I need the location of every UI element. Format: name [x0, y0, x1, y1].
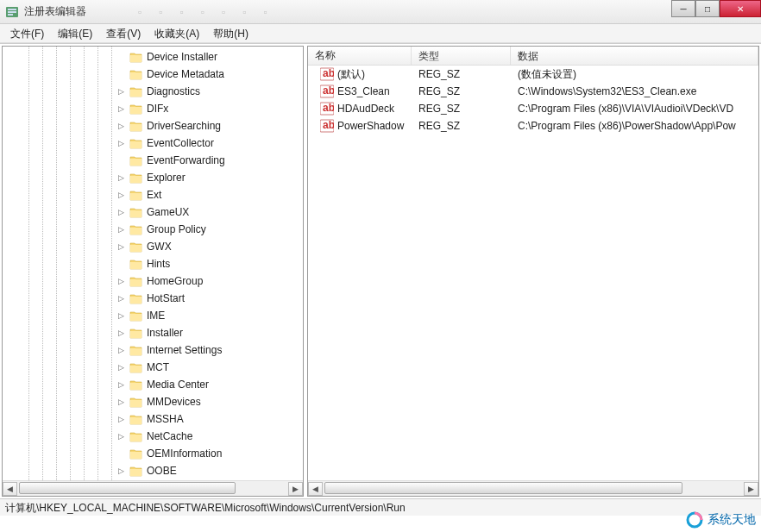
tree-item[interactable]: ▷MMDevices [3, 393, 303, 410]
expand-icon[interactable]: ▷ [116, 208, 126, 217]
folder-icon [129, 85, 143, 97]
values-list[interactable]: (默认)REG_SZ(数值未设置)ES3_CleanREG_SZC:\Windo… [308, 66, 758, 480]
values-scroll-thumb[interactable] [324, 482, 682, 494]
tree-item[interactable]: ▷Group Policy [3, 221, 303, 238]
expand-icon[interactable]: ▷ [116, 466, 126, 476]
registry-tree[interactable]: Device InstallerDevice Metadata▷Diagnost… [3, 47, 303, 480]
tree-item-label: Media Center [147, 379, 209, 391]
expand-icon[interactable]: ▷ [116, 122, 126, 131]
menu-favorites[interactable]: 收藏夹(A) [148, 24, 206, 42]
expand-icon[interactable]: ▷ [116, 294, 126, 304]
tree-branch-icon [116, 449, 126, 459]
scroll-left-icon[interactable]: ◀ [308, 482, 323, 496]
expand-icon[interactable]: ▷ [116, 311, 126, 321]
expand-icon[interactable]: ▷ [116, 346, 126, 355]
minimize-button[interactable]: ─ [671, 0, 695, 17]
values-hscroll[interactable]: ◀ ▶ [308, 480, 758, 496]
tree-item[interactable]: ▷DriverSearching [3, 117, 303, 135]
folder-icon [129, 292, 143, 304]
column-type[interactable]: 类型 [412, 47, 511, 65]
tree-scroll-thumb[interactable] [19, 482, 236, 494]
expand-icon[interactable]: ▷ [116, 415, 126, 424]
scroll-left-icon[interactable]: ◀ [3, 482, 17, 496]
tree-item[interactable]: ▷Installer [3, 324, 303, 341]
value-name: PowerShadow [337, 120, 404, 132]
tree-scroll-track[interactable] [17, 482, 288, 496]
tree-item[interactable]: Device Metadata [3, 66, 303, 83]
reg-sz-icon [320, 119, 334, 133]
tree-item[interactable]: ▷MCT [3, 359, 303, 376]
tree-item[interactable]: ▷IME [3, 307, 303, 324]
tree-item[interactable]: Hints [3, 255, 303, 272]
menu-view[interactable]: 查看(V) [99, 24, 148, 42]
tree-item[interactable]: ▷OOBE [3, 462, 303, 479]
tree-item-label: DriverSearching [147, 120, 221, 132]
close-button[interactable]: ✕ [720, 0, 761, 17]
expand-icon[interactable]: ▷ [116, 139, 126, 148]
tree-item-label: NetCache [147, 430, 192, 442]
value-row[interactable]: PowerShadowREG_SZC:\Program Files (x86)\… [308, 117, 758, 135]
expand-icon[interactable]: ▷ [116, 104, 126, 114]
scroll-right-icon[interactable]: ▶ [744, 482, 758, 496]
expand-icon[interactable]: ▷ [116, 380, 126, 390]
expand-icon[interactable]: ▷ [116, 432, 126, 441]
tree-branch-icon [116, 70, 126, 79]
tree-item-label: Hints [147, 258, 170, 270]
menu-edit[interactable]: 编辑(E) [51, 24, 99, 42]
menu-help[interactable]: 帮助(H) [206, 24, 255, 42]
values-scroll-track[interactable] [323, 482, 744, 496]
tree-item[interactable]: ▷Diagnostics [3, 83, 303, 100]
column-name[interactable]: 名称 [308, 47, 412, 65]
tree-branch-icon [116, 156, 126, 166]
expand-icon[interactable]: ▷ [116, 242, 126, 252]
tree-item-label: Internet Settings [147, 344, 222, 356]
column-data[interactable]: 数据 [511, 47, 758, 65]
value-row[interactable]: (默认)REG_SZ(数值未设置) [308, 66, 758, 83]
tree-item[interactable]: ▷GameUX [3, 203, 303, 221]
tree-item-label: MSSHA [147, 413, 184, 425]
expand-icon[interactable]: ▷ [116, 397, 126, 407]
value-row[interactable]: HDAudDeckREG_SZC:\Program Files (x86)\VI… [308, 100, 758, 117]
tree-item[interactable]: EventForwarding [3, 152, 303, 169]
expand-icon[interactable]: ▷ [116, 363, 126, 372]
tree-item[interactable]: ▷Ext [3, 186, 303, 203]
tree-item[interactable]: Device Installer [3, 48, 303, 66]
tree-item-label: HomeGroup [147, 275, 203, 287]
scroll-right-icon[interactable]: ▶ [288, 482, 303, 496]
values-columns-header: 名称 类型 数据 [308, 47, 758, 66]
expand-icon[interactable]: ▷ [116, 87, 126, 97]
tree-item[interactable]: OEMInformation [3, 445, 303, 462]
tree-item[interactable]: ▷GWX [3, 238, 303, 255]
tree-item[interactable]: ▷NetCache [3, 428, 303, 445]
tree-item[interactable]: ▷HomeGroup [3, 272, 303, 290]
maximize-button[interactable]: □ [695, 0, 720, 17]
tree-hscroll[interactable]: ◀ ▶ [3, 480, 303, 496]
folder-icon [129, 137, 143, 149]
tree-item[interactable]: ▷Explorer [3, 169, 303, 186]
reg-sz-icon [320, 67, 334, 81]
expand-icon[interactable]: ▷ [116, 173, 126, 183]
value-type-cell: REG_SZ [412, 85, 511, 97]
expand-icon[interactable]: ▷ [116, 191, 126, 200]
value-data-cell: C:\Program Files (x86)\PowerShadow\App\P… [511, 120, 758, 132]
folder-icon [129, 68, 143, 80]
folder-icon [129, 344, 143, 356]
expand-icon[interactable]: ▷ [116, 329, 126, 338]
folder-icon [129, 413, 143, 425]
tree-item[interactable]: ▷HotStart [3, 290, 303, 307]
tree-item-label: Diagnostics [147, 85, 200, 97]
tree-item[interactable]: ▷Media Center [3, 376, 303, 393]
tree-item[interactable]: ▷DIFx [3, 100, 303, 117]
folder-icon [129, 189, 143, 201]
statusbar: 计算机\HKEY_LOCAL_MACHINE\SOFTWARE\Microsof… [0, 498, 761, 516]
folder-icon [129, 275, 143, 287]
tree-branch-icon [116, 260, 126, 269]
value-row[interactable]: ES3_CleanREG_SZC:\Windows\System32\ES3_C… [308, 83, 758, 100]
watermark-logo-icon [686, 511, 703, 529]
tree-item[interactable]: ▷EventCollector [3, 135, 303, 152]
expand-icon[interactable]: ▷ [116, 277, 126, 286]
tree-item[interactable]: ▷Internet Settings [3, 341, 303, 359]
tree-item[interactable]: ▷MSSHA [3, 410, 303, 428]
menu-file[interactable]: 文件(F) [3, 24, 51, 42]
expand-icon[interactable]: ▷ [116, 225, 126, 235]
